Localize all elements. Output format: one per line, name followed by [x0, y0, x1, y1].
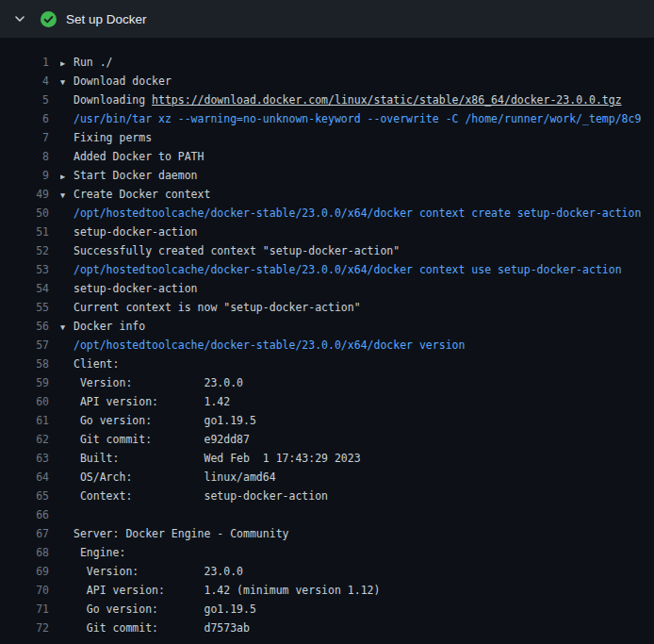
log-text: setup-docker-action [74, 225, 198, 239]
log-line: 7 Fixing perms [0, 128, 654, 147]
group-collapse-icon[interactable]: ▼ [60, 318, 74, 336]
command-text: /opt/hostedtoolcache/docker-stable/23.0.… [74, 339, 465, 352]
line-content: Version: 23.0.0 [60, 373, 654, 392]
log-text: Client: [74, 357, 119, 371]
log-line: 51 setup-docker-action [0, 223, 654, 241]
log-line: 56 ▼Docker info [0, 317, 654, 336]
log-line: 53 /opt/hostedtoolcache/docker-stable/23… [0, 260, 654, 279]
line-content: Client: [60, 355, 654, 373]
line-content: setup-docker-action [60, 279, 654, 298]
line-number[interactable]: 64 [8, 468, 49, 487]
log-text: setup-docker-action [74, 282, 198, 295]
log-text: Git commit: d7573ab [74, 621, 250, 635]
line-number[interactable]: 68 [8, 543, 49, 562]
line-number[interactable]: 4 [8, 72, 49, 91]
log-line: 64 OS/Arch: linux/amd64 [0, 468, 654, 487]
line-content: Git commit: e92dd87 [60, 430, 654, 449]
log-text: Git commit: e92dd87 [74, 433, 250, 446]
log-line: 60 API version: 1.42 [0, 392, 654, 411]
log-line: 63 Built: Wed Feb 1 17:43:29 2023 [0, 449, 654, 468]
line-content: Fixing perms [60, 128, 654, 147]
line-content: Context: setup-docker-action [60, 487, 654, 505]
log-line: 9 ▶Start Docker daemon [0, 166, 654, 185]
log-line: 67 Server: Docker Engine - Community [0, 524, 654, 543]
log-line: 8 Added Docker to PATH [0, 147, 654, 166]
line-number[interactable]: 7 [8, 128, 49, 147]
line-number[interactable]: 62 [8, 430, 49, 449]
line-number[interactable]: 50 [8, 204, 49, 223]
line-content: API version: 1.42 (minimum version 1.12) [60, 581, 654, 600]
line-number[interactable]: 66 [8, 505, 49, 524]
command-text: /opt/hostedtoolcache/docker-stable/23.0.… [74, 206, 641, 220]
log-text: Go version: go1.19.5 [74, 603, 256, 616]
log-line: 71 Go version: go1.19.5 [0, 600, 654, 619]
line-number[interactable]: 71 [8, 600, 49, 619]
line-number[interactable]: 5 [8, 91, 49, 109]
log-line: 50 /opt/hostedtoolcache/docker-stable/23… [0, 204, 654, 223]
line-number[interactable]: 69 [8, 562, 49, 581]
line-number[interactable]: 72 [8, 619, 49, 637]
line-content [60, 505, 654, 524]
log-line: 55 Current context is now "setup-docker-… [0, 298, 654, 317]
command-text: /usr/bin/tar xz --warning=no-unknown-key… [74, 112, 641, 125]
command-text: /opt/hostedtoolcache/docker-stable/23.0.… [74, 263, 622, 276]
log-line: 49 ▼Create Docker context [0, 185, 654, 204]
line-content: Server: Docker Engine - Community [60, 524, 654, 543]
line-number[interactable]: 55 [8, 298, 49, 317]
step-title: Set up Docker [66, 12, 147, 26]
line-number[interactable]: 56 [8, 317, 49, 336]
group-title[interactable]: Start Docker daemon [74, 169, 198, 182]
line-content: API version: 1.42 [60, 392, 654, 411]
line-number[interactable]: 60 [8, 392, 49, 411]
line-number[interactable]: 8 [8, 147, 49, 166]
log-line: 70 API version: 1.42 (minimum version 1.… [0, 581, 654, 600]
log-line: 68 Engine: [0, 543, 654, 562]
log-text: Context: setup-docker-action [74, 489, 328, 503]
log-line: 6 /usr/bin/tar xz --warning=no-unknown-k… [0, 109, 654, 128]
group-collapse-icon[interactable]: ▼ [60, 186, 74, 204]
line-number[interactable]: 67 [8, 524, 49, 543]
line-number[interactable]: 53 [8, 260, 49, 279]
group-title[interactable]: Run ./ [74, 56, 113, 69]
line-number[interactable]: 58 [8, 355, 49, 373]
log-text: Go version: go1.19.5 [74, 414, 256, 427]
line-number[interactable]: 61 [8, 411, 49, 430]
line-content: Engine: [60, 543, 654, 562]
group-title[interactable]: Download docker [74, 74, 172, 88]
group-collapse-icon[interactable]: ▼ [60, 73, 74, 91]
line-number[interactable]: 70 [8, 581, 49, 600]
line-number[interactable]: 6 [8, 109, 49, 128]
line-content: Go version: go1.19.5 [60, 411, 654, 430]
line-number[interactable]: 49 [8, 185, 49, 204]
line-number[interactable]: 9 [8, 166, 49, 185]
line-content: Current context is now "setup-docker-act… [60, 298, 654, 317]
line-number[interactable]: 59 [8, 373, 49, 392]
log-text: Successfully created context "setup-dock… [74, 244, 400, 257]
log-text: Current context is now "setup-docker-act… [74, 301, 361, 314]
line-content: OS/Arch: linux/amd64 [60, 468, 654, 487]
group-title[interactable]: Docker info [74, 320, 145, 333]
line-number[interactable]: 52 [8, 241, 49, 260]
line-number[interactable]: 63 [8, 449, 49, 468]
log-text: Engine: [74, 546, 125, 559]
group-expand-icon[interactable]: ▶ [60, 54, 74, 72]
line-number[interactable]: 51 [8, 223, 49, 241]
line-number[interactable]: 65 [8, 487, 49, 505]
group-title[interactable]: Create Docker context [74, 188, 210, 201]
log-url-link[interactable]: https://download.docker.com/linux/static… [152, 93, 622, 107]
chevron-down-icon[interactable] [13, 12, 28, 25]
line-content: Version: 23.0.0 [60, 562, 654, 581]
line-number[interactable]: 54 [8, 279, 49, 298]
log-text: API version: 1.42 [74, 395, 230, 408]
group-expand-icon[interactable]: ▶ [60, 167, 74, 185]
log-line: 5 Downloading https://download.docker.co… [0, 91, 654, 109]
step-header[interactable]: Set up Docker [0, 0, 654, 38]
line-content: /usr/bin/tar xz --warning=no-unknown-key… [60, 109, 654, 128]
line-content: setup-docker-action [60, 223, 654, 241]
line-content: ▼Docker info [60, 317, 654, 336]
line-number[interactable]: 57 [8, 336, 49, 355]
log-area: 1 ▶Run ./ 4 ▼Download docker 5 Downloadi… [0, 38, 654, 637]
log-line: 58 Client: [0, 355, 654, 373]
log-line: 54 setup-docker-action [0, 279, 654, 298]
line-number[interactable]: 1 [8, 53, 49, 72]
